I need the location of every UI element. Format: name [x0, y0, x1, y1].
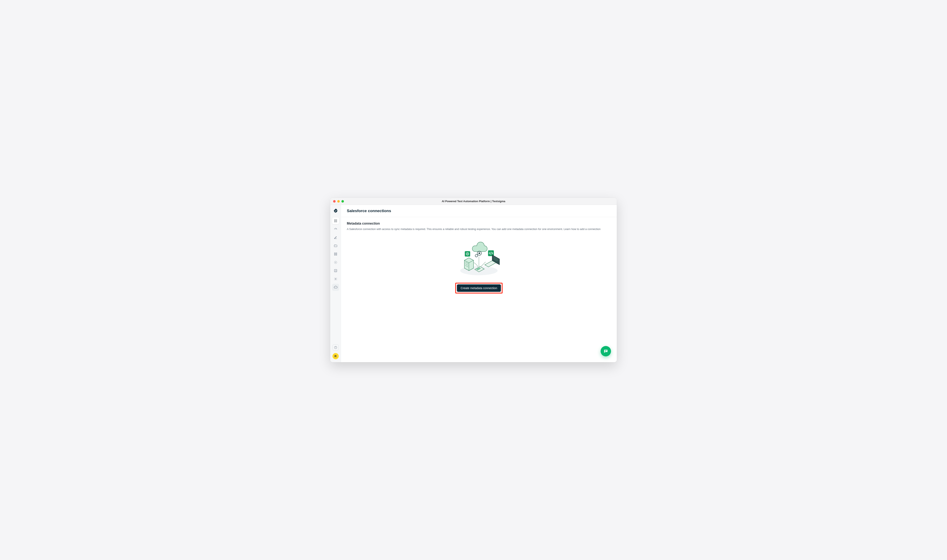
svg-point-1: [335, 220, 336, 220]
grid-squares-icon: [334, 252, 337, 256]
sidebar-item-design[interactable]: [332, 234, 339, 241]
content-area: Metadata connection A Salesforce connect…: [341, 217, 617, 362]
create-metadata-connection-button[interactable]: Create metadata connection: [457, 285, 501, 292]
pencil-icon: [334, 235, 337, 239]
page-title: Salesforce connections: [347, 209, 611, 213]
svg-point-16: [335, 278, 336, 280]
sidebar-item-test-data[interactable]: [332, 242, 339, 249]
minimize-window-button[interactable]: [337, 200, 340, 203]
titlebar: AI Powered Test Automation Platform | Te…: [330, 198, 617, 205]
svg-rect-12: [334, 254, 336, 255]
page-header: Salesforce connections: [341, 205, 617, 217]
sidebar-item-dashboard[interactable]: [332, 226, 339, 233]
sidebar-item-runs[interactable]: [332, 259, 339, 266]
avatar-letter: R: [334, 354, 336, 358]
help-icon: [334, 346, 337, 349]
sidebar-item-salesforce[interactable]: [332, 284, 339, 291]
app-logo[interactable]: [332, 207, 339, 214]
cloud-icon: [334, 285, 338, 289]
gear-icon: [334, 277, 337, 281]
svg-point-6: [334, 222, 335, 222]
empty-state: Create metadata connection: [347, 240, 611, 294]
svg-rect-10: [334, 253, 336, 254]
svg-point-3: [334, 221, 335, 221]
svg-point-0: [334, 220, 335, 220]
cta-highlight: Create metadata connection: [455, 283, 503, 294]
svg-point-4: [335, 221, 336, 221]
svg-point-5: [336, 221, 337, 221]
section-description: A Salesforce connection with access to s…: [347, 227, 611, 231]
target-play-icon: [334, 260, 337, 264]
folder-icon: [334, 244, 337, 248]
learn-link[interactable]: Learn how to add a connection: [564, 228, 601, 231]
apps-grid-icon: [334, 219, 337, 223]
sidebar: R: [330, 205, 341, 362]
svg-point-7: [335, 222, 336, 222]
window-title: AI Powered Test Automation Platform | Te…: [330, 200, 617, 203]
svg-rect-13: [336, 254, 337, 255]
svg-point-21: [479, 252, 480, 254]
svg-rect-11: [336, 253, 337, 254]
bar-chart-icon: [334, 269, 337, 272]
svg-point-8: [336, 222, 337, 222]
sidebar-item-reports[interactable]: [332, 267, 339, 274]
chat-icon: [603, 349, 608, 354]
sidebar-item-apps[interactable]: [332, 217, 339, 225]
maximize-window-button[interactable]: [342, 200, 344, 203]
gauge-icon: [334, 227, 337, 231]
window-controls: [333, 200, 344, 203]
close-window-button[interactable]: [333, 200, 336, 203]
svg-point-25: [467, 254, 468, 254]
sidebar-item-addons[interactable]: [332, 251, 339, 258]
main-content: Salesforce connections Metadata connecti…: [341, 205, 617, 362]
chat-fab[interactable]: [601, 346, 611, 356]
user-avatar[interactable]: R: [333, 353, 339, 359]
svg-rect-9: [334, 245, 337, 247]
sidebar-item-settings[interactable]: [332, 275, 339, 283]
svg-point-2: [336, 220, 337, 220]
help-button[interactable]: [333, 345, 339, 351]
svg-point-22: [475, 254, 478, 257]
section-title: Metadata connection: [347, 222, 611, 225]
connection-illustration: [458, 240, 500, 277]
app-window: AI Powered Test Automation Platform | Te…: [330, 198, 617, 362]
